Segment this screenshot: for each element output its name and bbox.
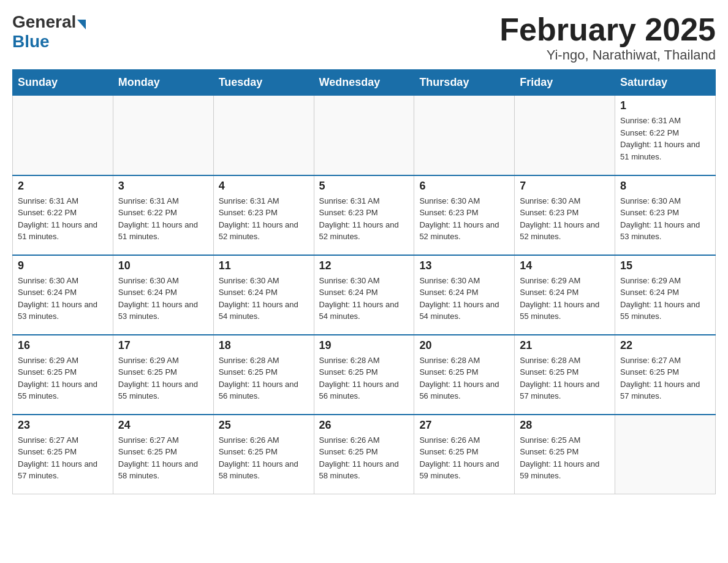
day-number: 19 <box>319 339 409 352</box>
calendar-day-cell: 28Sunrise: 6:25 AM Sunset: 6:25 PM Dayli… <box>515 415 615 494</box>
logo-arrow-icon <box>77 20 86 29</box>
day-sun-info: Sunrise: 6:30 AM Sunset: 6:24 PM Dayligh… <box>18 275 108 323</box>
day-sun-info: Sunrise: 6:29 AM Sunset: 6:25 PM Dayligh… <box>118 354 208 402</box>
title-section: February 2025 Yi-ngo, Narathiwat, Thaila… <box>499 12 716 63</box>
calendar-day-cell: 6Sunrise: 6:30 AM Sunset: 6:23 PM Daylig… <box>414 175 515 255</box>
month-title: February 2025 <box>499 12 716 47</box>
calendar-day-header: Tuesday <box>213 70 314 96</box>
day-number: 22 <box>620 339 710 352</box>
day-number: 8 <box>620 180 710 193</box>
day-sun-info: Sunrise: 6:25 AM Sunset: 6:25 PM Dayligh… <box>520 434 610 482</box>
calendar-day-header: Friday <box>515 70 615 96</box>
day-sun-info: Sunrise: 6:31 AM Sunset: 6:22 PM Dayligh… <box>620 115 710 163</box>
calendar-day-cell: 10Sunrise: 6:30 AM Sunset: 6:24 PM Dayli… <box>113 255 213 335</box>
calendar-day-cell: 8Sunrise: 6:30 AM Sunset: 6:23 PM Daylig… <box>615 175 716 255</box>
calendar-day-cell: 1Sunrise: 6:31 AM Sunset: 6:22 PM Daylig… <box>615 96 716 175</box>
calendar-day-cell: 9Sunrise: 6:30 AM Sunset: 6:24 PM Daylig… <box>13 255 113 335</box>
calendar-day-cell: 20Sunrise: 6:28 AM Sunset: 6:25 PM Dayli… <box>414 335 515 415</box>
calendar-day-header: Thursday <box>414 70 515 96</box>
calendar-day-cell: 27Sunrise: 6:26 AM Sunset: 6:25 PM Dayli… <box>414 415 515 494</box>
day-number: 3 <box>118 180 208 193</box>
day-number: 24 <box>118 419 208 432</box>
calendar-week-row: 23Sunrise: 6:27 AM Sunset: 6:25 PM Dayli… <box>13 415 716 494</box>
day-number: 26 <box>319 419 409 432</box>
calendar-day-cell <box>314 96 414 175</box>
calendar-day-cell: 24Sunrise: 6:27 AM Sunset: 6:25 PM Dayli… <box>113 415 213 494</box>
calendar-day-header: Monday <box>113 70 213 96</box>
calendar-day-cell <box>13 96 113 175</box>
calendar-day-cell: 16Sunrise: 6:29 AM Sunset: 6:25 PM Dayli… <box>13 335 113 415</box>
day-sun-info: Sunrise: 6:30 AM Sunset: 6:24 PM Dayligh… <box>118 275 208 323</box>
calendar-day-cell: 12Sunrise: 6:30 AM Sunset: 6:24 PM Dayli… <box>314 255 414 335</box>
calendar-day-cell <box>615 415 716 494</box>
calendar-header-row: SundayMondayTuesdayWednesdayThursdayFrid… <box>13 70 716 96</box>
day-sun-info: Sunrise: 6:31 AM Sunset: 6:23 PM Dayligh… <box>319 195 409 243</box>
calendar-day-cell <box>213 96 314 175</box>
day-number: 7 <box>520 180 610 193</box>
day-number: 16 <box>18 339 108 352</box>
day-sun-info: Sunrise: 6:28 AM Sunset: 6:25 PM Dayligh… <box>419 354 509 402</box>
calendar-day-cell: 23Sunrise: 6:27 AM Sunset: 6:25 PM Dayli… <box>13 415 113 494</box>
calendar-day-header: Wednesday <box>314 70 414 96</box>
calendar-day-cell: 14Sunrise: 6:29 AM Sunset: 6:24 PM Dayli… <box>515 255 615 335</box>
calendar-day-cell: 26Sunrise: 6:26 AM Sunset: 6:25 PM Dayli… <box>314 415 414 494</box>
day-sun-info: Sunrise: 6:27 AM Sunset: 6:25 PM Dayligh… <box>620 354 710 402</box>
calendar-day-cell: 2Sunrise: 6:31 AM Sunset: 6:22 PM Daylig… <box>13 175 113 255</box>
calendar-day-cell: 15Sunrise: 6:29 AM Sunset: 6:24 PM Dayli… <box>615 255 716 335</box>
logo: General Blue <box>12 12 87 52</box>
day-number: 25 <box>219 419 309 432</box>
day-number: 14 <box>520 259 610 272</box>
day-number: 9 <box>18 259 108 272</box>
day-sun-info: Sunrise: 6:30 AM Sunset: 6:24 PM Dayligh… <box>319 275 409 323</box>
day-number: 2 <box>18 180 108 193</box>
day-number: 18 <box>219 339 309 352</box>
calendar-day-cell: 21Sunrise: 6:28 AM Sunset: 6:25 PM Dayli… <box>515 335 615 415</box>
day-number: 5 <box>319 180 409 193</box>
day-number: 28 <box>520 419 610 432</box>
logo-blue-text: Blue <box>12 32 50 52</box>
day-number: 6 <box>419 180 509 193</box>
day-sun-info: Sunrise: 6:26 AM Sunset: 6:25 PM Dayligh… <box>419 434 509 482</box>
day-number: 21 <box>520 339 610 352</box>
day-sun-info: Sunrise: 6:31 AM Sunset: 6:22 PM Dayligh… <box>18 195 108 243</box>
day-sun-info: Sunrise: 6:27 AM Sunset: 6:25 PM Dayligh… <box>18 434 108 482</box>
day-number: 20 <box>419 339 509 352</box>
day-sun-info: Sunrise: 6:30 AM Sunset: 6:23 PM Dayligh… <box>520 195 610 243</box>
calendar-day-cell: 22Sunrise: 6:27 AM Sunset: 6:25 PM Dayli… <box>615 335 716 415</box>
calendar-week-row: 9Sunrise: 6:30 AM Sunset: 6:24 PM Daylig… <box>13 255 716 335</box>
calendar-day-cell: 25Sunrise: 6:26 AM Sunset: 6:25 PM Dayli… <box>213 415 314 494</box>
day-number: 27 <box>419 419 509 432</box>
calendar-day-cell <box>515 96 615 175</box>
page-header: General Blue February 2025 Yi-ngo, Narat… <box>12 12 716 63</box>
calendar-day-cell: 19Sunrise: 6:28 AM Sunset: 6:25 PM Dayli… <box>314 335 414 415</box>
day-sun-info: Sunrise: 6:26 AM Sunset: 6:25 PM Dayligh… <box>319 434 409 482</box>
calendar-day-header: Saturday <box>615 70 716 96</box>
day-sun-info: Sunrise: 6:30 AM Sunset: 6:23 PM Dayligh… <box>620 195 710 243</box>
calendar-day-cell: 11Sunrise: 6:30 AM Sunset: 6:24 PM Dayli… <box>213 255 314 335</box>
day-sun-info: Sunrise: 6:31 AM Sunset: 6:23 PM Dayligh… <box>219 195 309 243</box>
day-number: 13 <box>419 259 509 272</box>
calendar-day-cell <box>414 96 515 175</box>
calendar-day-cell: 7Sunrise: 6:30 AM Sunset: 6:23 PM Daylig… <box>515 175 615 255</box>
calendar-day-cell: 17Sunrise: 6:29 AM Sunset: 6:25 PM Dayli… <box>113 335 213 415</box>
calendar-day-cell: 18Sunrise: 6:28 AM Sunset: 6:25 PM Dayli… <box>213 335 314 415</box>
day-number: 10 <box>118 259 208 272</box>
calendar-day-cell: 4Sunrise: 6:31 AM Sunset: 6:23 PM Daylig… <box>213 175 314 255</box>
day-sun-info: Sunrise: 6:30 AM Sunset: 6:24 PM Dayligh… <box>219 275 309 323</box>
location-subtitle: Yi-ngo, Narathiwat, Thailand <box>499 47 716 63</box>
day-sun-info: Sunrise: 6:29 AM Sunset: 6:24 PM Dayligh… <box>620 275 710 323</box>
day-sun-info: Sunrise: 6:29 AM Sunset: 6:25 PM Dayligh… <box>18 354 108 402</box>
day-number: 15 <box>620 259 710 272</box>
day-sun-info: Sunrise: 6:28 AM Sunset: 6:25 PM Dayligh… <box>319 354 409 402</box>
day-sun-info: Sunrise: 6:31 AM Sunset: 6:22 PM Dayligh… <box>118 195 208 243</box>
day-number: 17 <box>118 339 208 352</box>
calendar-day-cell: 13Sunrise: 6:30 AM Sunset: 6:24 PM Dayli… <box>414 255 515 335</box>
day-number: 11 <box>219 259 309 272</box>
day-sun-info: Sunrise: 6:29 AM Sunset: 6:24 PM Dayligh… <box>520 275 610 323</box>
calendar-day-cell: 3Sunrise: 6:31 AM Sunset: 6:22 PM Daylig… <box>113 175 213 255</box>
day-number: 1 <box>620 99 710 112</box>
day-sun-info: Sunrise: 6:27 AM Sunset: 6:25 PM Dayligh… <box>118 434 208 482</box>
calendar-week-row: 16Sunrise: 6:29 AM Sunset: 6:25 PM Dayli… <box>13 335 716 415</box>
day-sun-info: Sunrise: 6:28 AM Sunset: 6:25 PM Dayligh… <box>219 354 309 402</box>
day-sun-info: Sunrise: 6:30 AM Sunset: 6:23 PM Dayligh… <box>419 195 509 243</box>
